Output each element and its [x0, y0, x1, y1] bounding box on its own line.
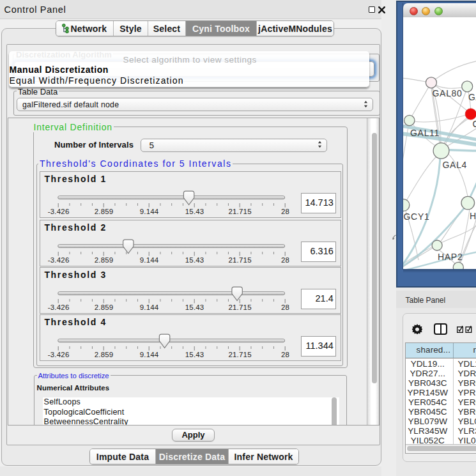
- svg-text:H: H: [470, 211, 476, 221]
- svg-text:GA: GA: [468, 92, 476, 102]
- svg-text:GCY1: GCY1: [404, 211, 430, 222]
- svg-text:GAL4: GAL4: [443, 160, 468, 170]
- svg-text:GAL11: GAL11: [410, 128, 440, 138]
- svg-text:C: C: [473, 119, 476, 129]
- svg-text:GAL80: GAL80: [433, 88, 463, 98]
- svg-text:HAP2: HAP2: [438, 252, 463, 262]
